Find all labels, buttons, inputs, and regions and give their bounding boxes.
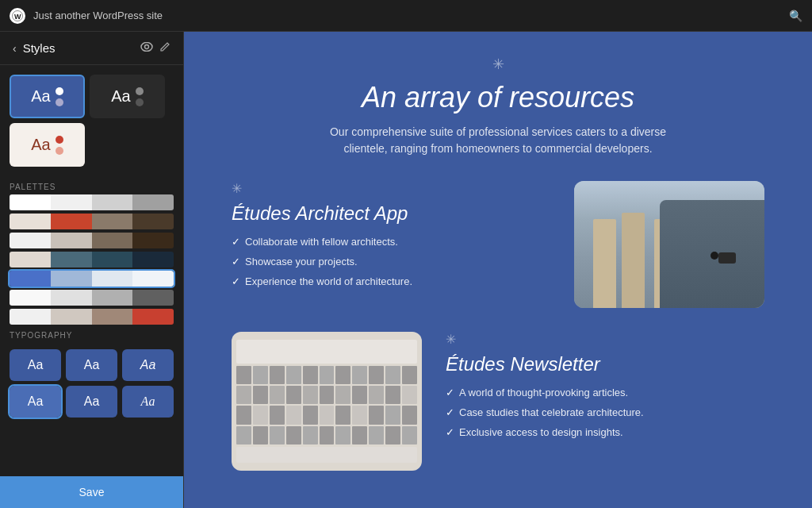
feature2-image [232, 332, 422, 471]
eye-icon[interactable] [140, 41, 153, 55]
save-button[interactable]: Save [0, 476, 183, 508]
typo-card-5[interactable]: Aa [66, 386, 117, 418]
style-card-rust[interactable]: Aa [10, 123, 85, 167]
style-cards: Aa Aa [0, 65, 183, 176]
palettes-list [0, 194, 183, 325]
list-item: ✓ Exclusive access to design insights. [446, 425, 764, 441]
feature1-snowflake: ✳ [232, 181, 550, 196]
sidebar-title: Styles [23, 41, 56, 55]
svg-text:W: W [14, 13, 21, 21]
check-icon: ✓ [232, 254, 240, 271]
sidebar-header: ‹ Styles [0, 32, 183, 65]
edit-icon[interactable] [159, 41, 170, 55]
feature2-title: Études Newsletter [446, 353, 764, 375]
feature2-snowflake: ✳ [446, 332, 764, 347]
style-card-blue[interactable]: Aa [10, 75, 85, 118]
feature1-left: ✳ Études Architect App ✓ Collaborate wit… [232, 181, 550, 293]
palettes-label: PALETTES [0, 176, 183, 194]
palette-row[interactable] [10, 290, 174, 306]
feature2-section: ✳ Études Newsletter ✓ A world of thought… [232, 332, 764, 471]
palette-row[interactable] [10, 194, 174, 210]
top-snowflake: ✳ [232, 56, 764, 73]
feature1-list: ✓ Collaborate with fellow architects. ✓ … [232, 234, 550, 290]
palette-row[interactable] [10, 214, 174, 229]
top-bar: W Just another WordPress site 🔍 [0, 0, 812, 32]
palette-row-active[interactable] [10, 271, 174, 287]
page-title: An array of resources [232, 81, 764, 114]
feature1-image [574, 181, 764, 308]
main-layout: ‹ Styles [0, 32, 812, 508]
check-icon: ✓ [232, 274, 240, 291]
wp-logo: W [10, 8, 25, 24]
content-area: ✳ An array of resources Our comprehensiv… [184, 32, 812, 508]
feature2-right: ✳ Études Newsletter ✓ A world of thought… [446, 332, 764, 444]
list-item: ✓ Case studies that celebrate architectu… [446, 405, 764, 421]
check-icon: ✓ [232, 234, 240, 251]
typo-card-2[interactable]: Aa [66, 349, 117, 381]
check-icon: ✓ [446, 425, 454, 441]
typo-card-3[interactable]: Aa [122, 349, 174, 381]
list-item: ✓ Experience the world of architecture. [232, 274, 550, 291]
svg-point-3 [145, 45, 149, 49]
sidebar-icons [140, 41, 170, 55]
sidebar: ‹ Styles [0, 32, 184, 508]
typography-label: TYPOGRAPHY [0, 325, 183, 343]
palette-row[interactable] [10, 309, 174, 325]
page-subtitle: Our comprehensive suite of professional … [320, 124, 676, 157]
check-icon: ✓ [446, 385, 454, 402]
back-arrow[interactable]: ‹ [13, 42, 17, 55]
svg-point-2 [141, 43, 152, 52]
feature1-section: ✳ Études Architect App ✓ Collaborate wit… [232, 181, 764, 308]
typo-card-4[interactable]: Aa [10, 386, 61, 418]
list-item: ✓ Collaborate with fellow architects. [232, 234, 550, 251]
feature1-image-container [574, 181, 764, 308]
palette-row[interactable] [10, 233, 174, 248]
feature1-title: Études Architect App [232, 202, 550, 225]
typography-grid: Aa Aa Aa Aa Aa Aa [0, 343, 183, 424]
palette-row[interactable] [10, 252, 174, 267]
list-item: ✓ Showcase your projects. [232, 254, 550, 271]
typo-card-6[interactable]: Aa [122, 386, 174, 418]
check-icon: ✓ [446, 405, 454, 421]
list-item: ✓ A world of thought-provoking articles. [446, 385, 764, 402]
feature2-list: ✓ A world of thought-provoking articles.… [446, 385, 764, 441]
search-icon[interactable]: 🔍 [789, 10, 802, 22]
style-card-dark[interactable]: Aa [90, 75, 165, 118]
feature2-image-container [232, 332, 422, 471]
sidebar-title-row: ‹ Styles [13, 41, 56, 55]
site-title: Just another WordPress site [33, 10, 163, 21]
typo-card-1[interactable]: Aa [10, 349, 61, 381]
